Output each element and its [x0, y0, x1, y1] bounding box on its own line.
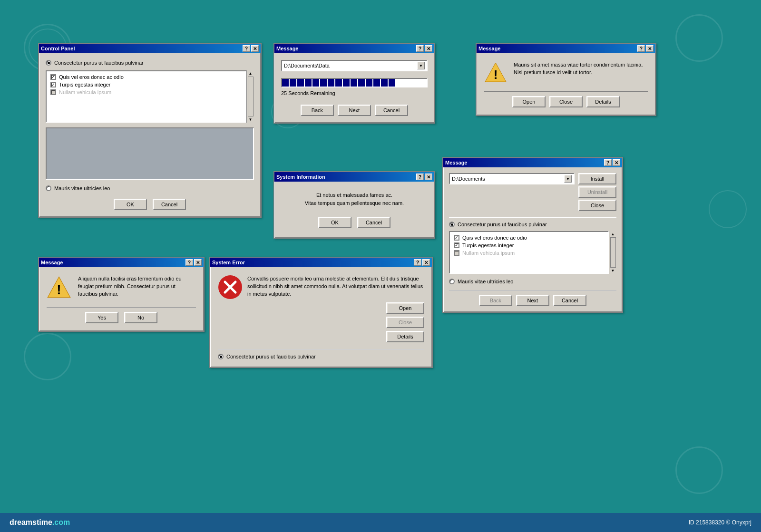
checkbox-1[interactable] — [50, 74, 56, 80]
radio-dot-1 — [46, 60, 51, 66]
system-error-titlebar[interactable]: System Error ? ✕ — [210, 258, 432, 267]
close-button-2[interactable]: ✕ — [425, 45, 432, 52]
install-check-1[interactable]: Quis vel eros donec ac odio — [454, 235, 604, 241]
path-value: D:\Documents\Data — [284, 63, 330, 68]
install-checkbox-1[interactable] — [454, 235, 459, 241]
close-button[interactable]: ✕ — [251, 45, 259, 52]
scroll-down[interactable]: ▼ — [249, 117, 253, 122]
sysinfo-text-line1: Et netus et malesuada fames ac. — [316, 192, 392, 198]
progress-label: 25 Seconds Remaining — [281, 90, 428, 96]
uninstall-button[interactable]: Uninstall — [578, 186, 616, 198]
help-button-7[interactable]: ? — [604, 159, 612, 166]
close-button-5[interactable]: ✕ — [194, 259, 202, 266]
install-button[interactable]: Install — [578, 173, 616, 184]
radio-item-2[interactable]: Mauris vitae ultricies leo — [46, 185, 254, 191]
check-label-1: Quis vel eros donec ac odio — [59, 74, 124, 80]
error-open-button[interactable]: Open — [386, 302, 424, 314]
scroll-thumb[interactable] — [248, 77, 254, 116]
close-button-3[interactable]: ✕ — [646, 45, 654, 52]
help-button-5[interactable]: ? — [185, 259, 193, 266]
control-panel-title: Control Panel — [41, 46, 75, 51]
install-close-button[interactable]: Close — [578, 200, 616, 211]
install-top-row: D:\Documents ▼ Install Uninstall Close — [449, 173, 616, 211]
message-warning-dialog: Message ? ✕ ! Mauris sit amet massa vita… — [476, 43, 656, 116]
install-listbox[interactable]: Quis vel eros donec ac odio Turpis egest… — [449, 231, 609, 274]
error-details-button[interactable]: Details — [386, 331, 424, 342]
system-info-titlebar[interactable]: System Information ? ✕ — [274, 172, 434, 182]
no-button[interactable]: No — [124, 312, 157, 323]
stock-id: ID 215838320 © Onyxprj — [689, 519, 751, 526]
titlebar-buttons: ? ✕ — [243, 45, 259, 52]
install-checkbox-2[interactable] — [454, 242, 459, 248]
error-close-button[interactable]: Close — [386, 317, 424, 328]
install-scroll-thumb[interactable] — [610, 237, 616, 268]
checkbox-3[interactable] — [50, 89, 56, 95]
help-button-3[interactable]: ? — [637, 45, 645, 52]
message-progress-titlebar[interactable]: Message ? ✕ — [274, 44, 434, 53]
path-dropdown[interactable]: D:\Documents\Data ▼ — [281, 60, 428, 71]
message-warning2-title: Message — [41, 260, 63, 265]
svg-text:!: ! — [494, 68, 498, 82]
control-panel-titlebar[interactable]: Control Panel ? ✕ — [39, 44, 261, 53]
message-install-dialog: Message ? ✕ D:\Documents ▼ Install Unins… — [442, 157, 623, 313]
install-check-label-3: Nullam vehicula ipsum — [462, 250, 515, 256]
help-button[interactable]: ? — [243, 45, 250, 52]
error-radio-dot — [218, 354, 224, 359]
check-item-3[interactable]: Nullam vehicula ipsum — [50, 89, 242, 95]
next-button[interactable]: Next — [338, 105, 371, 116]
message-install-titlebar[interactable]: Message ? ✕ — [443, 158, 622, 167]
error-radio-label: Consectetur purus ut faucibus pulvinar — [226, 354, 316, 359]
back-button[interactable]: Back — [301, 105, 334, 116]
scrollbar[interactable]: ▲ ▼ — [246, 70, 254, 123]
yes-button[interactable]: Yes — [85, 312, 118, 323]
install-radio-1[interactable]: Consectetur purus ut faucibus pulvinar — [449, 222, 616, 227]
install-check-2[interactable]: Turpis egestas integer — [454, 242, 604, 248]
details-button[interactable]: Details — [586, 96, 620, 107]
listbox[interactable]: Quis vel eros donec ac odio Turpis egest… — [46, 70, 246, 123]
help-button-6[interactable]: ? — [414, 259, 421, 266]
system-error-text: Convallis posuere morbi leo urna molesti… — [247, 275, 424, 298]
install-scroll-up[interactable]: ▲ — [611, 232, 615, 236]
error-icon — [218, 275, 243, 300]
help-button-2[interactable]: ? — [416, 45, 424, 52]
cancel-button-2[interactable]: Cancel — [375, 105, 408, 116]
check-item-1[interactable]: Quis vel eros donec ac odio — [50, 74, 242, 80]
sysinfo-ok-button[interactable]: OK — [318, 217, 351, 228]
install-back-button[interactable]: Back — [479, 295, 512, 306]
progress-bar — [281, 78, 428, 87]
install-dropdown-arrow[interactable]: ▼ — [564, 175, 572, 183]
open-button[interactable]: Open — [512, 96, 546, 107]
cancel-button[interactable]: Cancel — [153, 199, 186, 210]
error-radio-item[interactable]: Consectetur purus ut faucibus pulvinar — [218, 354, 424, 359]
radio-item-1[interactable]: Consectetur purus ut faucibus pulvinar — [46, 60, 254, 66]
install-check-3[interactable]: Nullam vehicula ipsum — [454, 250, 604, 256]
close-button-6[interactable]: ✕ — [422, 259, 430, 266]
install-radio-dot-2 — [449, 279, 455, 284]
install-path-dropdown[interactable]: D:\Documents ▼ — [449, 173, 575, 184]
install-cancel-button[interactable]: Cancel — [553, 295, 586, 306]
radio-dot-2 — [46, 185, 51, 191]
install-checkbox-3[interactable] — [454, 250, 459, 256]
install-scroll-down[interactable]: ▼ — [611, 269, 615, 273]
close-button-4[interactable]: ✕ — [425, 174, 432, 180]
checkbox-2[interactable] — [50, 82, 56, 87]
message-warning-titlebar[interactable]: Message ? ✕ — [477, 44, 655, 53]
install-radio-label-1: Consectetur purus ut faucibus pulvinar — [458, 222, 547, 227]
install-listbox-container: Quis vel eros donec ac odio Turpis egest… — [449, 231, 616, 274]
install-radio-2[interactable]: Mauris vitae ultricies leo — [449, 279, 616, 284]
close-button-7[interactable]: ✕ — [613, 159, 620, 166]
ok-button[interactable]: OK — [114, 199, 147, 210]
install-check-label-2: Turpis egestas integer — [462, 242, 514, 248]
check-item-2[interactable]: Turpis egestas integer — [50, 82, 242, 87]
close-button-warn[interactable]: Close — [549, 96, 583, 107]
install-next-button[interactable]: Next — [516, 295, 549, 306]
scroll-up[interactable]: ▲ — [249, 71, 253, 76]
message-warning-title: Message — [478, 46, 500, 51]
help-button-4[interactable]: ? — [416, 174, 424, 180]
sysinfo-cancel-button[interactable]: Cancel — [357, 217, 390, 228]
warning-text: Mauris sit amet massa vitae tortor condi… — [514, 61, 648, 76]
dropdown-arrow[interactable]: ▼ — [417, 62, 425, 69]
titlebar-buttons-2: ? ✕ — [416, 45, 432, 52]
message-warning2-titlebar[interactable]: Message ? ✕ — [39, 258, 204, 267]
install-scrollbar[interactable]: ▲ ▼ — [609, 231, 616, 274]
